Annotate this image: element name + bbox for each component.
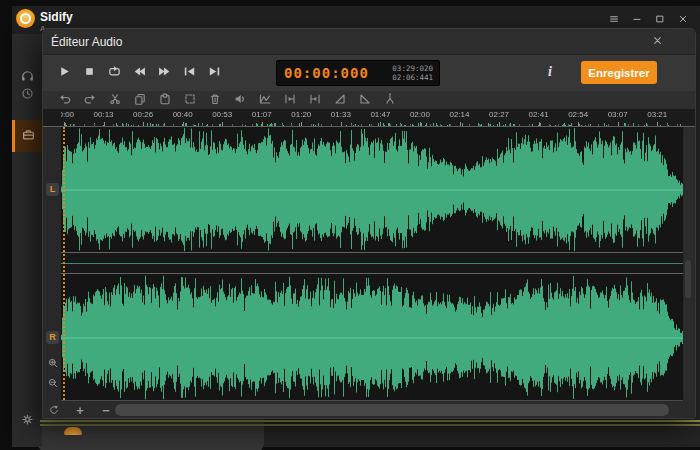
gear-icon: [20, 412, 35, 430]
maximize-icon[interactable]: [653, 13, 667, 27]
ruler-tick-major: [420, 122, 421, 126]
ruler-label: 01:33: [331, 110, 351, 119]
transport-skip-start-button[interactable]: [178, 62, 200, 84]
sidebar-item-tools[interactable]: [12, 120, 42, 152]
ruler-tick-major: [301, 122, 302, 126]
copy-icon: [133, 92, 147, 109]
progress-line-bottom: [40, 424, 700, 426]
waveform-panel[interactable]: [61, 127, 683, 401]
ruler-tick-major: [460, 122, 461, 126]
ruler-tick-minor: [361, 124, 362, 126]
timeline-ruler[interactable]: 00:0000:1300:2600:4000:5301:0701:2001:33…: [43, 109, 695, 127]
ruler-tick-major: [578, 122, 579, 126]
zoom-in-icon: [47, 357, 59, 372]
ruler-label: 00:26: [133, 110, 153, 119]
toolbar-cut-button[interactable]: [102, 92, 127, 108]
ruler-tick-major: [341, 122, 342, 126]
ruler-label: 00:53: [212, 110, 232, 119]
toolbar-fade-out-button[interactable]: [352, 92, 377, 108]
ruler-tick-minor: [647, 124, 648, 126]
toolbar-select-button[interactable]: [177, 92, 202, 108]
dialog-title: Éditeur Audio: [51, 35, 122, 49]
zoom-increase-button[interactable]: +: [71, 403, 89, 418]
reset-zoom-button[interactable]: [45, 403, 63, 418]
transport-rewind-button[interactable]: [128, 62, 150, 84]
zoom-out-icon: [47, 377, 59, 392]
zoom-out-button[interactable]: [46, 377, 59, 390]
toolbar-trim-start-button[interactable]: [277, 92, 302, 108]
transport-play-button[interactable]: [53, 62, 75, 84]
toolbar-fade-in-button[interactable]: [327, 92, 352, 108]
record-button[interactable]: Enregistrer: [581, 61, 657, 84]
info-icon[interactable]: i: [541, 61, 559, 83]
transport-fast-forward-button[interactable]: [153, 62, 175, 84]
toolbar-redo-button[interactable]: [77, 92, 102, 108]
transport-skip-end-button[interactable]: [203, 62, 225, 84]
horizontal-scrollbar-thumb[interactable]: [115, 404, 669, 416]
undo-icon: [58, 92, 72, 109]
ruler-label: 01:20: [291, 110, 311, 119]
ruler-label: 02:41: [529, 110, 549, 119]
ruler-tick-minor: [489, 124, 490, 126]
ruler-tick-minor: [173, 124, 174, 126]
ruler-tick-major: [143, 122, 144, 126]
volume-icon: [233, 92, 247, 109]
settings-button[interactable]: [12, 409, 42, 433]
ruler-label: 02:54: [568, 110, 588, 119]
ruler-tick-minor: [242, 124, 243, 126]
right-channel-label: R: [46, 331, 59, 344]
play-icon: [57, 64, 72, 82]
vertical-scrollbar[interactable]: [684, 127, 692, 401]
ruler-tick-minor: [163, 124, 164, 126]
ruler-tick-minor: [509, 124, 510, 126]
select-icon: [183, 92, 197, 109]
minimize-icon[interactable]: [630, 13, 644, 27]
ruler-tick-minor: [628, 124, 629, 126]
vertical-scrollbar-thumb[interactable]: [685, 260, 691, 298]
left-channel-label: L: [46, 183, 59, 196]
zoom-in-button[interactable]: [46, 357, 59, 370]
ruler-tick-minor: [667, 124, 668, 126]
ruler-tick-major: [222, 122, 223, 126]
toolbar-normalize-button[interactable]: [252, 92, 277, 108]
ruler-tick-minor: [549, 124, 550, 126]
sidebar-item-history[interactable]: [12, 83, 42, 107]
zoom-decrease-button[interactable]: −: [97, 403, 115, 418]
delete-icon: [208, 92, 222, 109]
ruler-tick-minor: [113, 124, 114, 126]
ruler-tick-minor: [291, 124, 292, 126]
app-title: Sidify: [40, 10, 73, 24]
ruler-tick-minor: [677, 124, 678, 126]
current-time: 00:00:000: [284, 65, 369, 81]
ruler-label: 00:40: [173, 110, 193, 119]
transport-loop-button[interactable]: [103, 62, 125, 84]
playhead[interactable]: [63, 127, 65, 400]
fade-in-icon: [333, 92, 347, 109]
toolbar-delete-button[interactable]: [202, 92, 227, 108]
stop-icon: [82, 64, 97, 82]
transport-stop-button[interactable]: [78, 62, 100, 84]
toolbar-volume-button[interactable]: [227, 92, 252, 108]
right-channel-waveform[interactable]: [61, 274, 683, 401]
ruler-label: 03:07: [608, 110, 628, 119]
menu-icon[interactable]: [607, 13, 621, 27]
fast-forward-icon: [157, 64, 172, 82]
left-channel-waveform[interactable]: [61, 127, 683, 252]
toolbar-trim-end-button[interactable]: [302, 92, 327, 108]
toolbar-copy-button[interactable]: [127, 92, 152, 108]
ruler-label: 02:00: [410, 110, 430, 119]
ruler-tick-major: [64, 122, 65, 126]
toolbar-undo-button[interactable]: [52, 92, 77, 108]
close-window-icon[interactable]: [676, 13, 690, 27]
ruler-label: 02:27: [489, 110, 509, 119]
ruler-tick-major: [104, 122, 105, 126]
ruler-overview: [61, 122, 683, 126]
ruler-tick-minor: [232, 124, 233, 126]
toolbar-split-button[interactable]: [377, 92, 402, 108]
horizontal-scrollbar[interactable]: [115, 404, 669, 416]
normalize-icon: [258, 92, 272, 109]
close-dialog-icon[interactable]: [649, 34, 665, 50]
transport-buttons: [53, 62, 225, 84]
toolbar-paste-button[interactable]: [152, 92, 177, 108]
ruler-tick-minor: [74, 124, 75, 126]
